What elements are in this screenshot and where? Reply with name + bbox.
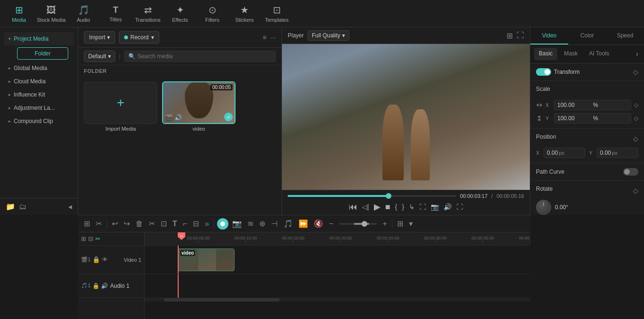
skip-back-icon[interactable]: ⏮ bbox=[349, 202, 357, 212]
frame-back-icon[interactable]: ◁| bbox=[362, 203, 369, 211]
stop-icon[interactable]: ■ bbox=[385, 202, 390, 212]
tl-speed-icon[interactable]: ⏩ bbox=[297, 218, 310, 229]
tl-layout-icon[interactable]: ⊞ bbox=[395, 218, 405, 229]
media-filter-icon[interactable]: ≡ bbox=[263, 34, 266, 41]
player-buttons: ⏮ ◁| ▶ ■ { } ↳ ⛶ 📷 🔊 ⛶ bbox=[288, 202, 524, 212]
tl-chevron-down-icon[interactable]: ▾ bbox=[407, 218, 415, 229]
play-icon[interactable]: ▶ bbox=[374, 202, 381, 212]
toolbar-item-media[interactable]: ⊞ Media bbox=[4, 1, 34, 26]
toolbar-item-transitions[interactable]: ⇄ Transitions bbox=[133, 1, 163, 26]
transform-reset-icon[interactable]: ◇ bbox=[633, 68, 638, 76]
transform-label: Transform bbox=[554, 69, 630, 75]
mark-in-icon[interactable]: { bbox=[395, 203, 398, 211]
toolbar-item-effects[interactable]: ✦ Effects bbox=[165, 1, 195, 26]
tl-minus-zoom-icon[interactable]: − bbox=[327, 219, 335, 229]
scale-x-input[interactable]: 100.00 % bbox=[554, 100, 631, 110]
toolbar-item-titles[interactable]: T Titles bbox=[100, 1, 131, 26]
sub-tab-basic[interactable]: Basic bbox=[534, 48, 557, 60]
add-folder-icon[interactable]: 📁 bbox=[6, 202, 15, 211]
toolbar-item-audio[interactable]: 🎵 Audio bbox=[68, 1, 99, 26]
tl-more-icon[interactable]: » bbox=[203, 219, 211, 229]
pos-y-input[interactable]: 0.00 px bbox=[597, 148, 638, 158]
tl-add-track-icon[interactable]: ⊞ bbox=[81, 235, 86, 242]
volume-icon[interactable]: 🔊 bbox=[444, 203, 452, 211]
new-folder-icon[interactable]: 🗂 bbox=[19, 203, 27, 211]
toolbar-item-stickers[interactable]: ★ Stickers bbox=[229, 1, 260, 26]
video-track-lock-icon[interactable]: 🔒 bbox=[92, 256, 100, 263]
tab-video[interactable]: Video bbox=[530, 27, 568, 44]
import-media-item[interactable]: + Import Media bbox=[84, 81, 157, 210]
scale-x-diamond-icon[interactable]: ◇ bbox=[634, 102, 638, 108]
tl-zoom-bar[interactable] bbox=[339, 223, 377, 225]
transform-toggle[interactable] bbox=[536, 68, 551, 76]
toolbar-item-stock[interactable]: 🖼 Stock Media bbox=[36, 1, 66, 26]
record-button[interactable]: Record ▾ bbox=[119, 31, 159, 44]
position-diamond-icon[interactable]: ◇ bbox=[633, 135, 638, 142]
tl-audio-icon[interactable]: 🎵 bbox=[281, 218, 295, 229]
timeline-scrollbar[interactable] bbox=[145, 298, 530, 301]
default-select[interactable]: Default ▾ bbox=[84, 51, 115, 62]
tl-plus-zoom-icon[interactable]: + bbox=[381, 219, 389, 229]
tl-camera-icon[interactable]: 📷 bbox=[230, 218, 244, 229]
tl-delete-icon[interactable]: 🗑 bbox=[134, 219, 145, 229]
sidebar-item-compound-clip[interactable]: ▸ Compound Clip bbox=[4, 115, 74, 128]
video-clip[interactable]: video bbox=[178, 248, 235, 271]
tl-mute-icon[interactable]: 🔇 bbox=[312, 218, 325, 229]
video-media-item[interactable]: 00:00:05 🎬 🔊 ✓ video bbox=[162, 81, 236, 210]
mark-out-icon[interactable]: } bbox=[402, 203, 404, 211]
tl-remove-track-icon[interactable]: ⊟ bbox=[88, 235, 93, 242]
tl-undo-icon[interactable]: ↩ bbox=[110, 218, 120, 229]
toolbar-item-templates[interactable]: ⊡ Templates bbox=[262, 1, 292, 26]
sidebar-item-global-media[interactable]: ▸ Global Media bbox=[4, 62, 74, 75]
templates-label: Templates bbox=[265, 17, 289, 23]
expand-icon[interactable]: ⛶ bbox=[456, 203, 463, 211]
snapshot-icon[interactable]: 📷 bbox=[431, 203, 439, 211]
sub-tab-more-icon[interactable]: › bbox=[634, 48, 640, 60]
progress-bar[interactable] bbox=[288, 195, 456, 197]
scale-y-diamond-icon[interactable]: ◇ bbox=[634, 115, 638, 122]
sidebar-item-adjustment[interactable]: ▸ Adjustment La... bbox=[4, 101, 74, 115]
sub-tab-ai-tools[interactable]: AI Tools bbox=[584, 48, 614, 60]
pos-x-input[interactable]: 0.00 px bbox=[544, 148, 585, 158]
tl-grid-icon[interactable]: ⊞ bbox=[82, 218, 92, 229]
tl-cut-icon[interactable]: ✂ bbox=[147, 218, 157, 229]
zoom-icon[interactable]: ⛶ bbox=[419, 203, 426, 211]
sidebar-item-project-media[interactable]: ▾ Project Media bbox=[4, 32, 74, 45]
tl-copy-icon[interactable]: ⊟ bbox=[191, 218, 201, 229]
media-more-icon[interactable]: ··· bbox=[270, 34, 276, 41]
fullscreen-icon[interactable]: ⛶ bbox=[517, 31, 524, 40]
toolbar-item-filters[interactable]: ⊙ Filters bbox=[197, 1, 227, 26]
rotate-diamond-icon[interactable]: ◇ bbox=[633, 187, 638, 195]
tab-color[interactable]: Color bbox=[568, 27, 606, 44]
tl-crop-icon[interactable]: ⊡ bbox=[159, 218, 169, 229]
collapse-icon[interactable]: ◂ bbox=[68, 202, 72, 211]
search-input[interactable] bbox=[137, 53, 272, 60]
sidebar-item-influence-kit[interactable]: ▸ Influence Kit bbox=[4, 88, 74, 101]
video-media-thumb[interactable]: 00:00:05 🎬 🔊 ✓ bbox=[162, 81, 236, 124]
tl-split-icon[interactable]: ⊕ bbox=[257, 218, 267, 229]
tl-corner-icon[interactable]: ⌐ bbox=[181, 219, 189, 229]
tl-scissors-alt-icon[interactable]: ✂ bbox=[94, 218, 104, 229]
import-button[interactable]: Import ▾ bbox=[84, 31, 115, 44]
import-media-thumb[interactable]: + bbox=[84, 81, 157, 124]
progress-thumb[interactable] bbox=[386, 193, 391, 199]
audio-track-visible-icon[interactable]: 🔊 bbox=[101, 283, 108, 289]
tl-split-track-icon[interactable]: ✂ bbox=[95, 235, 100, 242]
tl-redo-icon[interactable]: ↪ bbox=[122, 218, 132, 229]
search-input-wrap[interactable]: 🔍 bbox=[124, 51, 276, 62]
rotate-dial[interactable] bbox=[536, 200, 551, 215]
scale-y-input[interactable]: 100.00 % bbox=[554, 113, 631, 124]
grid-view-icon[interactable]: ⊞ bbox=[507, 31, 513, 40]
audio-track-lock-icon[interactable]: 🔒 bbox=[92, 283, 100, 289]
sub-tab-mask[interactable]: Mask bbox=[559, 48, 582, 60]
video-track-visible-icon[interactable]: 👁 bbox=[102, 256, 108, 263]
add-to-timeline-icon[interactable]: ↳ bbox=[409, 203, 415, 211]
sidebar-folder-button[interactable]: Folder bbox=[17, 47, 68, 60]
tab-speed[interactable]: Speed bbox=[606, 27, 644, 44]
sidebar-item-cloud-media[interactable]: ▸ Cloud Media bbox=[4, 75, 74, 88]
tl-trim-icon[interactable]: ⊣ bbox=[269, 218, 280, 229]
tl-wave-icon[interactable]: ≋ bbox=[245, 218, 255, 229]
quality-select[interactable]: Full Quality ▾ bbox=[308, 30, 349, 41]
path-curve-toggle[interactable] bbox=[623, 168, 638, 176]
tl-type-icon[interactable]: T bbox=[171, 219, 179, 229]
